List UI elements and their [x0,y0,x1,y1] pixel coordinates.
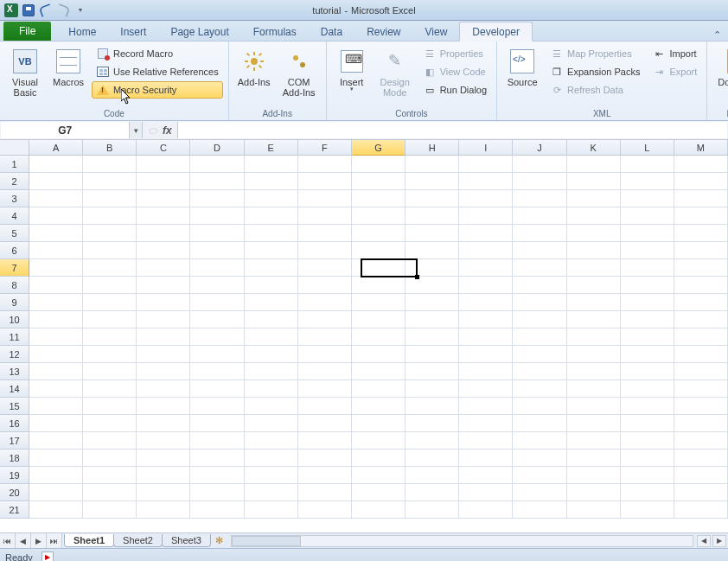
cell-G12[interactable] [352,346,406,363]
cell-G6[interactable] [352,242,406,259]
worksheet-grid[interactable]: ABCDEFGHIJKLM 12345678910111213141516171… [0,140,728,532]
cell-K15[interactable] [567,398,621,415]
horizontal-scrollbar[interactable]: ◀ ▶ [229,535,728,547]
tab-data[interactable]: Data [309,22,354,41]
cell-J17[interactable] [513,432,566,449]
cell-G14[interactable] [352,380,406,398]
cell-J21[interactable] [513,501,566,519]
cell-G4[interactable] [352,207,406,225]
cell-J4[interactable] [513,207,566,225]
row-header-15[interactable]: 15 [0,398,29,415]
redo-icon[interactable] [55,3,71,18]
cell-K8[interactable] [567,277,621,294]
row-header-3[interactable]: 3 [0,190,29,207]
cell-E9[interactable] [245,294,298,311]
cell-B14[interactable] [83,380,137,398]
tab-page-layout[interactable]: Page Layout [158,22,240,41]
cell-F5[interactable] [298,225,352,242]
cell-L10[interactable] [621,311,674,328]
cell-C15[interactable] [137,398,190,415]
row-header-13[interactable]: 13 [0,363,29,380]
cell-I7[interactable] [459,259,513,277]
cell-C19[interactable] [137,467,190,484]
cell-D13[interactable] [190,363,244,380]
map-properties-button[interactable]: ☰ Map Properties [546,45,644,62]
name-box-dropdown-icon[interactable]: ▾ [129,122,142,138]
row-header-2[interactable]: 2 [0,173,29,190]
cell-C12[interactable] [137,346,190,363]
macro-security-button[interactable]: Macro Security [92,81,223,99]
cell-J10[interactable] [513,311,566,328]
cell-L11[interactable] [621,328,674,346]
tab-formulas[interactable]: Formulas [241,22,309,41]
cell-L16[interactable] [621,415,674,432]
cell-C20[interactable] [137,484,190,501]
cell-M19[interactable] [674,467,728,484]
cell-F21[interactable] [298,501,352,519]
cell-H5[interactable] [406,225,459,242]
cell-I2[interactable] [459,173,513,190]
cell-F13[interactable] [298,363,352,380]
cell-D14[interactable] [190,380,244,398]
cell-A6[interactable] [29,242,83,259]
cell-F7[interactable] [298,259,352,277]
cell-G21[interactable] [352,501,406,519]
cell-G8[interactable] [352,277,406,294]
cell-E21[interactable] [245,501,298,519]
cell-A20[interactable] [29,484,83,501]
cell-K12[interactable] [567,346,621,363]
cell-B13[interactable] [83,363,137,380]
cell-L17[interactable] [621,432,674,449]
cell-L14[interactable] [621,380,674,398]
cell-D8[interactable] [190,277,244,294]
cell-B1[interactable] [83,156,137,173]
qat-customize-icon[interactable]: ▾ [73,3,88,18]
record-macro-button[interactable]: Record Macro [92,45,223,62]
cell-A5[interactable] [29,225,83,242]
hscroll-right-icon[interactable]: ▶ [712,535,726,547]
cell-K1[interactable] [567,156,621,173]
cell-B17[interactable] [83,432,137,449]
cell-H16[interactable] [406,415,459,432]
cell-I14[interactable] [459,380,513,398]
cell-A14[interactable] [29,380,83,398]
cell-J2[interactable] [513,173,566,190]
source-button[interactable]: Source [502,45,542,90]
cell-C10[interactable] [137,311,190,328]
row-header-4[interactable]: 4 [0,207,29,225]
cell-C14[interactable] [137,380,190,398]
cell-K20[interactable] [567,484,621,501]
cell-I11[interactable] [459,328,513,346]
row-header-14[interactable]: 14 [0,380,29,398]
cell-C17[interactable] [137,432,190,449]
cell-E19[interactable] [245,467,298,484]
cell-M21[interactable] [674,501,728,519]
cell-H12[interactable] [406,346,459,363]
cell-E20[interactable] [245,484,298,501]
col-header-F[interactable]: F [298,140,352,156]
cell-M9[interactable] [674,294,728,311]
cell-H10[interactable] [406,311,459,328]
col-header-K[interactable]: K [567,140,621,156]
cell-M6[interactable] [674,242,728,259]
cell-H8[interactable] [406,277,459,294]
cell-B8[interactable] [83,277,137,294]
cell-G1[interactable] [352,156,406,173]
cell-K6[interactable] [567,242,621,259]
cell-M12[interactable] [674,346,728,363]
tab-view[interactable]: View [413,22,460,41]
cell-L8[interactable] [621,277,674,294]
cell-D6[interactable] [190,242,244,259]
cell-G13[interactable] [352,363,406,380]
cell-H19[interactable] [406,467,459,484]
cell-I1[interactable] [459,156,513,173]
cell-A17[interactable] [29,432,83,449]
cell-K9[interactable] [567,294,621,311]
cell-D15[interactable] [190,398,244,415]
cell-G10[interactable] [352,311,406,328]
cell-B6[interactable] [83,242,137,259]
cell-A1[interactable] [29,156,83,173]
cell-M14[interactable] [674,380,728,398]
sheet-tab-sheet1[interactable]: Sheet1 [64,534,114,547]
cell-J18[interactable] [513,449,566,467]
